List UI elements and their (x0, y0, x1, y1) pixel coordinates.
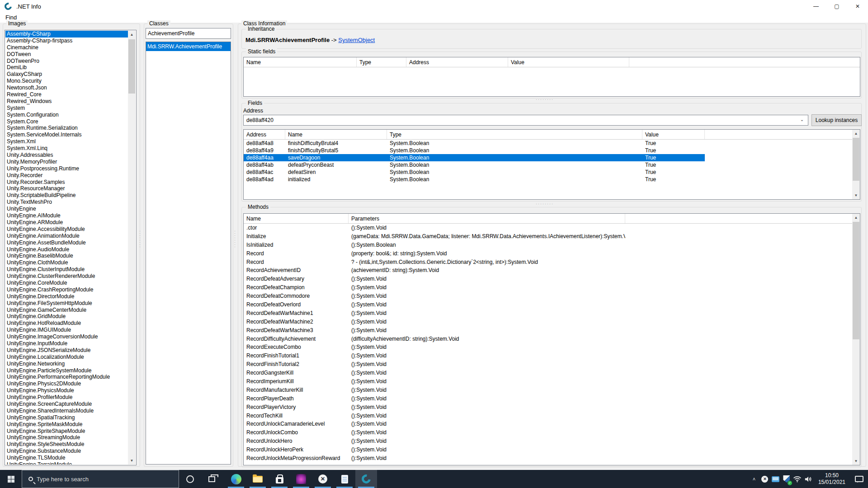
list-item[interactable]: UnityEngine.InputModule (5, 340, 128, 347)
list-item[interactable]: UnityEngine.GameCenterModule (5, 307, 128, 314)
list-item[interactable]: DOTween (5, 51, 128, 58)
class-filter-input[interactable] (146, 28, 231, 39)
list-item[interactable]: System.Runtime.Serialization (5, 125, 128, 131)
scroll-down-icon[interactable]: ▼ (852, 192, 860, 199)
table-row[interactable]: RecordDefeatWarMachine2 ():System.Void (244, 318, 852, 326)
table-row[interactable]: RecordExecuteCombo ():System.Void (244, 343, 852, 352)
list-item[interactable]: UnityEngine.AssetBundleModule (5, 239, 128, 246)
table-row[interactable]: RecordDefeatWarMachine3 ():System.Void (244, 326, 852, 335)
table-row[interactable]: RecordManufacturerKill ():System.Void (244, 386, 852, 394)
list-item[interactable]: Unity.Recorder.Samples (5, 179, 128, 186)
list-item[interactable]: UnityEngine.Physics2DModule (5, 380, 128, 387)
horizontal-splitter[interactable]: ········ (536, 97, 554, 102)
fields-table[interactable]: Address Name Type Value de88aff4a8 finis… (243, 129, 860, 200)
tray-xbox[interactable]: ✕ (760, 470, 770, 488)
scrollbar-thumb[interactable] (128, 39, 135, 94)
table-row[interactable]: RecordDifficultyAchievement (difficultyA… (244, 335, 852, 343)
table-row[interactable]: de88aff4ad initialized System.Boolean Tr… (244, 176, 860, 183)
list-item[interactable]: UnityEngine.PhysicsModule (5, 387, 128, 394)
column-header-name[interactable]: Name (285, 130, 387, 139)
list-item[interactable]: UnityEngine.ProfilerModule (5, 394, 128, 401)
list-item[interactable]: UnityEngine.StreamingModule (5, 434, 128, 441)
table-row[interactable]: RecordGangsterKill ():System.Void (244, 369, 852, 377)
list-item[interactable]: Newtonsoft.Json (5, 84, 128, 91)
list-item[interactable]: UnityEngine.SharedInternalsModule (5, 408, 128, 414)
table-row[interactable]: RecordDefeatOverlord ():System.Void (244, 300, 852, 309)
list-item[interactable]: UnityEngine.SpriteShapeModule (5, 428, 128, 435)
column-header-address[interactable]: Address (406, 57, 508, 67)
taskbar-search[interactable] (22, 470, 179, 488)
list-item[interactable]: UnityEngine.ParticleSystemModule (5, 367, 128, 374)
table-row[interactable]: .ctor ():System.Void (244, 224, 852, 232)
list-item[interactable]: UnityEngine.Networking (5, 361, 128, 367)
list-item[interactable]: System (5, 105, 128, 112)
list-item[interactable]: Cinemachine (5, 44, 128, 51)
list-item[interactable]: UnityEngine.HotReloadModule (5, 320, 128, 327)
table-row[interactable]: RecordDefeatAdversary ():System.Void (244, 275, 852, 283)
list-item[interactable]: Unity.TextMeshPro (5, 199, 128, 206)
list-item[interactable]: UnityEngine.PerformanceReportingModule (5, 374, 128, 380)
taskbar-app-file-explorer[interactable] (247, 470, 269, 488)
taskbar-app-notepad[interactable] (334, 470, 355, 488)
list-item[interactable]: UnityEngine.FileSystemHttpModule (5, 300, 128, 307)
start-button[interactable] (0, 470, 22, 488)
taskbar-app-xbox[interactable]: ✕ (312, 470, 334, 488)
table-row[interactable]: RecordPlayerVictory ():System.Void (244, 403, 852, 412)
list-item[interactable]: DOTweenPro (5, 58, 128, 65)
list-item[interactable]: UnityEngine.ScreenCaptureModule (5, 401, 128, 408)
list-item[interactable]: UnityEngine.IMGUIModule (5, 327, 128, 333)
taskbar-app-game[interactable] (290, 470, 312, 488)
images-scrollbar[interactable]: ▲ ▼ (128, 31, 136, 465)
tray-display[interactable] (770, 470, 781, 488)
table-row[interactable]: Record (property: bool&; id: string):Sys… (244, 249, 852, 258)
table-row[interactable]: RecordImperiumKill ():System.Void (244, 377, 852, 386)
methods-scrollbar[interactable]: ▲ ▼ (852, 214, 860, 465)
list-item[interactable]: UnityEngine.SpatialTracking (5, 414, 128, 421)
list-item[interactable]: UnityEngine.StyleSheetsModule (5, 441, 128, 448)
action-center-button[interactable] (850, 470, 868, 488)
table-row[interactable]: Record ? - (int&,int,System.Collections.… (244, 258, 852, 267)
list-item[interactable]: Rewired_Core (5, 91, 128, 98)
list-item[interactable]: Unity.Postprocessing.Runtime (5, 165, 128, 172)
column-header-parameters[interactable]: Parameters (349, 214, 625, 223)
table-row[interactable]: IsInitialized ():System.Boolean (244, 241, 852, 249)
task-view-button[interactable] (201, 470, 222, 488)
table-row[interactable]: RecordAchievementID (achievementID: stri… (244, 266, 852, 275)
scrollbar-thumb[interactable] (853, 138, 859, 181)
taskbar-clock[interactable]: 10:50 15/01/2021 (814, 472, 850, 486)
table-row[interactable]: RecordDefeatWarMachine1 ():System.Void (244, 309, 852, 318)
chevron-down-icon[interactable]: ⌄ (797, 115, 807, 125)
list-item[interactable]: Unity.MemoryProfiler (5, 159, 128, 165)
list-item[interactable]: UnityEngine (5, 206, 128, 212)
list-item[interactable]: UnityEngine.AudioModule (5, 246, 128, 253)
search-input[interactable] (37, 476, 154, 483)
table-row[interactable]: RecordUnlockMetaProgressionReward ():Sys… (244, 454, 852, 463)
list-item[interactable]: System.Xml (5, 138, 128, 145)
list-item[interactable]: UnityEngine.AnimationModule (5, 233, 128, 239)
table-row[interactable]: RecordDefeatChampion ():System.Void (244, 283, 852, 292)
list-item[interactable]: UnityEngine.CrashReportingModule (5, 286, 128, 293)
scroll-up-icon[interactable]: ▲ (852, 130, 860, 137)
column-header-name[interactable]: Name (244, 57, 357, 67)
column-header-value[interactable]: Value (508, 57, 629, 67)
list-item[interactable]: UnityEngine.GridModule (5, 313, 128, 320)
column-header-type[interactable]: Type (357, 57, 406, 67)
cortana-button[interactable] (179, 470, 201, 488)
table-row[interactable]: RecordUnlockCombo ():System.Void (244, 428, 852, 437)
list-item[interactable]: UnityEngine.DirectorModule (5, 293, 128, 300)
list-item[interactable]: UnityEngine.ImageConversionModule (5, 333, 128, 340)
list-item[interactable]: UnityEngine.BaselibModule (5, 253, 128, 259)
list-item[interactable]: Mono.Security (5, 78, 128, 84)
base-class-link[interactable]: SystemObject (338, 37, 375, 43)
column-header-name[interactable]: Name (244, 214, 349, 223)
scroll-down-icon[interactable]: ▼ (128, 457, 136, 465)
list-item[interactable]: UnityEngine.AIModule (5, 212, 128, 219)
table-row[interactable]: RecordPlayerDeath ():System.Void (244, 394, 852, 403)
table-row[interactable]: de88aff4a9 finishDifficultyBrutal5 Syste… (244, 147, 860, 154)
list-item[interactable]: UnityEngine.ClusterInputModule (5, 266, 128, 273)
list-item[interactable]: UnityEngine.ARModule (5, 219, 128, 226)
table-row[interactable]: RecordDefeatCommodore ():System.Void (244, 292, 852, 300)
static-fields-table[interactable]: Name Type Address Value (243, 57, 860, 97)
list-item[interactable]: Rewired_Windows (5, 98, 128, 105)
list-item[interactable]: UnityEngine.SpriteMaskModule (5, 421, 128, 428)
